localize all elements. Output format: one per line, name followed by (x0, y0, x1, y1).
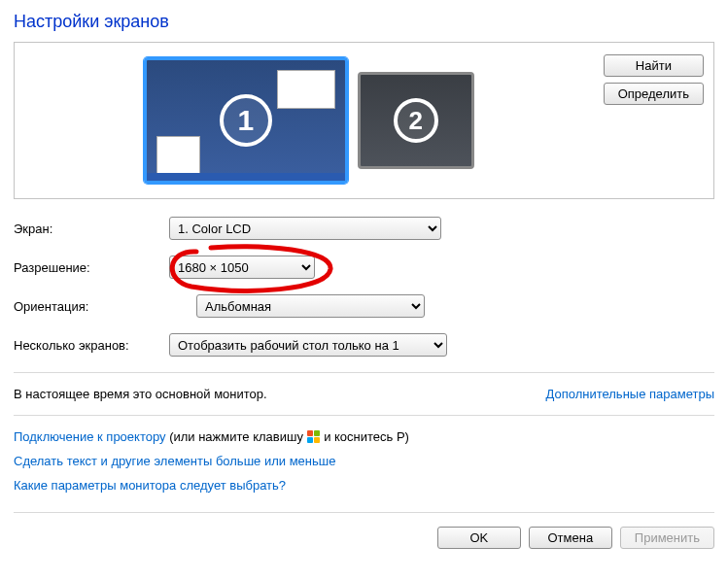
projector-link[interactable]: Подключение к проектору (14, 429, 166, 444)
page-title: Настройки экранов (14, 12, 714, 32)
identify-button[interactable]: Определить (604, 83, 704, 105)
mini-window-icon (277, 70, 335, 109)
taskbar-icon (147, 173, 345, 181)
windows-key-icon (307, 429, 321, 443)
projector-hint-after: и коснитесь P) (321, 429, 409, 444)
primary-monitor-status: В настоящее время это основной монитор. (14, 387, 267, 401)
ok-button[interactable]: OK (437, 527, 521, 549)
multi-screens-select[interactable]: Отобразить рабочий стол только на 1 (169, 333, 447, 357)
orientation-select[interactable]: Альбомная (196, 294, 425, 318)
monitor-number: 1 (220, 94, 272, 147)
monitor-2[interactable]: 2 (358, 72, 474, 169)
separator (14, 512, 714, 513)
separator (14, 372, 714, 373)
cancel-button[interactable]: Отмена (529, 527, 612, 549)
monitor-preview-box: 1 2 Найти Определить (14, 42, 714, 199)
mini-window-icon (156, 136, 200, 175)
separator (14, 415, 714, 416)
monitor-1[interactable]: 1 (144, 57, 348, 184)
projector-hint-before: (или нажмите клавишу (166, 429, 307, 444)
screen-select[interactable]: 1. Color LCD (169, 217, 441, 240)
find-button[interactable]: Найти (604, 54, 704, 77)
screen-label: Экран: (14, 222, 169, 236)
text-size-link[interactable]: Сделать текст и другие элементы больше и… (14, 454, 335, 468)
multi-screens-label: Несколько экранов: (14, 338, 169, 353)
monitor-canvas: 1 2 (24, 52, 594, 188)
apply-button: Применить (620, 527, 714, 549)
which-params-link[interactable]: Какие параметры монитора следует выбрать… (14, 478, 286, 493)
resolution-label: Разрешение: (14, 260, 169, 275)
advanced-params-link[interactable]: Дополнительные параметры (545, 387, 714, 401)
orientation-label: Ориентация: (14, 299, 169, 314)
resolution-select[interactable]: 1680 × 1050 (169, 256, 315, 279)
monitor-number: 2 (394, 98, 438, 143)
